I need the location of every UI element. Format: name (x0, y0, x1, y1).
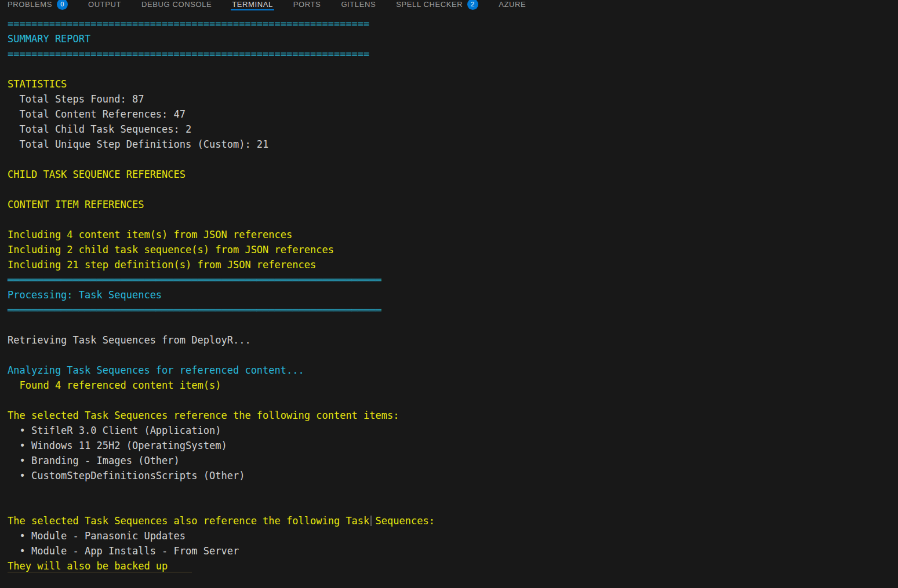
panel-tabs: PROBLEMS 0 OUTPUT DEBUG CONSOLE TERMINAL… (8, 0, 526, 11)
terminal-line: The selected Task Sequences reference th… (8, 408, 898, 423)
terminal-line (8, 393, 898, 408)
panel-tab-label: OUTPUT (88, 0, 121, 9)
panel-tab[interactable]: PORTS (293, 0, 321, 11)
terminal-output[interactable]: ========================================… (8, 16, 898, 588)
terminal-line: SUMMARY REPORT (8, 31, 898, 46)
terminal-line: Retrieving Task Sequences from DeployR..… (8, 333, 898, 348)
terminal-line: Including 21 step definition(s) from JSO… (8, 257, 898, 272)
terminal-line: ════════════════════════════════════════… (8, 302, 898, 317)
terminal-line: • Module - App Installs - From Server (8, 543, 898, 558)
terminal-line (8, 152, 898, 167)
terminal-line: CHILD TASK SEQUENCE REFERENCES (8, 167, 898, 182)
terminal-line: ========================================… (8, 16, 898, 31)
terminal-line: • Module - Panasonic Updates (8, 528, 898, 543)
terminal-line: Found 4 referenced content item(s) (8, 378, 898, 393)
panel-tab[interactable]: AZURE (499, 0, 526, 11)
terminal-line: • StifleR 3.0 Client (Application) (8, 423, 898, 438)
terminal-line: Processing: Task Sequences (8, 287, 898, 302)
terminal-line: The selected Task Sequences also referen… (8, 513, 898, 528)
terminal-line: Total Unique Step Definitions (Custom): … (8, 137, 898, 152)
terminal-line: Including 2 child task sequence(s) from … (8, 242, 898, 257)
tab-count-badge: 2 (467, 0, 478, 10)
terminal-line (8, 212, 898, 227)
terminal-line (8, 182, 898, 197)
terminal-line: CONTENT ITEM REFERENCES (8, 197, 898, 212)
tab-count-badge: 0 (57, 0, 68, 10)
panel-tab-label: AZURE (499, 0, 526, 9)
panel-tab[interactable]: DEBUG CONSOLE (141, 0, 212, 11)
terminal-line (8, 348, 898, 363)
terminal-line (8, 317, 898, 333)
panel-tab[interactable]: PROBLEMS 0 (8, 0, 68, 11)
terminal-line: • Branding - Images (Other) (8, 453, 898, 468)
terminal-line (8, 498, 898, 513)
terminal-line: STATISTICS (8, 76, 898, 92)
terminal-line: ════════════════════════════════════════… (8, 272, 898, 287)
panel-tab-label: DEBUG CONSOLE (141, 0, 212, 9)
terminal-line: Total Steps Found: 87 (8, 92, 898, 107)
panel-tab-label: SPELL CHECKER (396, 0, 463, 9)
terminal-line: • CustomStepDefinitionsScripts (Other) (8, 468, 898, 483)
panel-tab[interactable]: GITLENS (341, 0, 376, 11)
panel-tab[interactable]: OUTPUT (88, 0, 121, 11)
panel-tab[interactable]: TERMINAL (232, 0, 273, 11)
terminal-line: ========================================… (8, 46, 898, 61)
panel-tab-label: PORTS (293, 0, 321, 9)
terminal-line: Analyzing Task Sequences for referenced … (8, 363, 898, 378)
terminal-line (8, 61, 898, 76)
panel-tab-label: TERMINAL (232, 0, 273, 9)
panel-tab[interactable]: SPELL CHECKER 2 (396, 0, 478, 11)
terminal-line: Total Child Task Sequences: 2 (8, 122, 898, 137)
terminal-line: • Windows 11 25H2 (OperatingSystem) (8, 438, 898, 453)
terminal-line: Total Content References: 47 (8, 107, 898, 122)
panel-tab-label: PROBLEMS (8, 0, 52, 9)
panel-tab-label: GITLENS (341, 0, 376, 9)
terminal-line: Including 4 content item(s) from JSON re… (8, 227, 898, 242)
panel-tab-bar: PROBLEMS 0 OUTPUT DEBUG CONSOLE TERMINAL… (0, 0, 898, 15)
terminal-line (8, 483, 898, 498)
terminal-line: They will also be backed up (8, 558, 898, 574)
